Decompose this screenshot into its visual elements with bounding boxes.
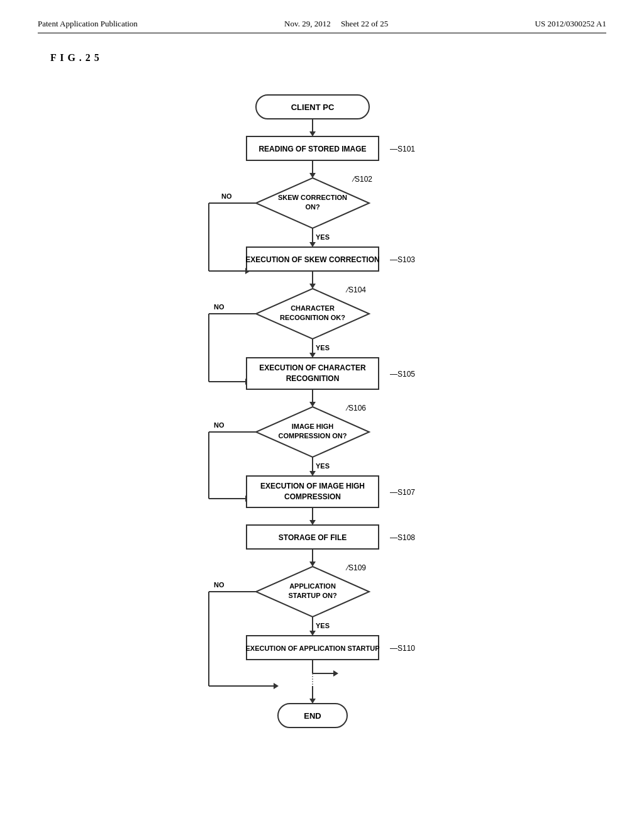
svg-text:—S103: —S103 [390,255,415,264]
svg-marker-66 [309,562,316,567]
svg-text:NO: NO [214,421,225,429]
svg-marker-78 [274,683,279,689]
svg-marker-61 [309,520,316,525]
svg-marker-31 [309,353,316,358]
svg-text:—S105: —S105 [390,370,415,379]
svg-text:SKEW CORRECTION: SKEW CORRECTION [278,194,347,201]
svg-marker-25 [309,284,316,289]
svg-text:RECOGNITION: RECOGNITION [286,374,340,383]
svg-text:END: END [304,711,321,721]
svg-text:YES: YES [316,233,330,241]
svg-text:NO: NO [221,192,232,200]
svg-marker-87 [309,699,316,704]
svg-rect-38 [247,358,379,389]
flowchart-diagram: CLIENT PC READING OF STORED IMAGE —S101 … [146,82,498,774]
header-sheet: Sheet 22 of 25 [341,19,388,28]
svg-text:—S110: —S110 [390,644,415,653]
svg-text:∕S104: ∕S104 [345,285,366,294]
svg-text:EXECUTION OF IMAGE HIGH: EXECUTION OF IMAGE HIGH [260,482,365,490]
svg-rect-56 [247,476,379,507]
svg-text:STORAGE OF FILE: STORAGE OF FILE [279,533,347,542]
svg-text:IMAGE HIGH: IMAGE HIGH [292,423,334,430]
svg-marker-72 [309,631,316,636]
svg-text:NO: NO [214,581,225,589]
page: Patent Application Publication Nov. 29, … [0,0,644,830]
svg-marker-43 [309,402,316,407]
svg-text:∕S109: ∕S109 [345,563,366,572]
svg-marker-3 [309,131,316,136]
svg-text:APPLICATION: APPLICATION [289,582,336,590]
header-date-sheet: Nov. 29, 2012 Sheet 22 of 25 [284,19,388,29]
header-patent-number: US 2012/0300252 A1 [535,19,606,29]
svg-text:EXECUTION OF CHARACTER: EXECUTION OF CHARACTER [259,363,366,372]
svg-text:RECOGNITION OK?: RECOGNITION OK? [280,314,345,321]
svg-marker-49 [309,471,316,476]
svg-text:STARTUP ON?: STARTUP ON? [288,592,336,599]
svg-marker-84 [333,670,338,677]
svg-text:CHARACTER: CHARACTER [291,304,335,312]
svg-text:—S108: —S108 [390,533,415,542]
svg-text:∕S106: ∕S106 [345,404,366,412]
svg-text:CLIENT PC: CLIENT PC [291,102,335,112]
header-date: Nov. 29, 2012 [284,19,331,28]
svg-text:YES: YES [316,344,330,351]
svg-text:ON?: ON? [305,203,320,211]
svg-text:EXECUTION OF APPLICATION START: EXECUTION OF APPLICATION STARTUP [245,645,379,652]
svg-text:READING OF STORED IMAGE: READING OF STORED IMAGE [258,145,366,153]
svg-text:COMPRESSION ON?: COMPRESSION ON? [279,432,347,440]
header-publication: Patent Application Publication [38,19,138,29]
svg-text:EXECUTION OF SKEW CORRECTION: EXECUTION OF SKEW CORRECTION [245,255,379,264]
svg-text:YES: YES [316,622,330,629]
svg-text:∕S102: ∕S102 [352,175,372,184]
svg-text:COMPRESSION: COMPRESSION [284,492,341,501]
svg-marker-14 [309,242,316,247]
svg-text:NO: NO [214,303,225,311]
figure-title: F I G . 2 5 [50,52,606,64]
svg-text:—S107: —S107 [390,488,415,497]
svg-marker-8 [309,173,316,178]
svg-text:YES: YES [316,462,330,470]
page-header: Patent Application Publication Nov. 29, … [38,19,606,33]
svg-text:—S101: —S101 [390,145,415,153]
